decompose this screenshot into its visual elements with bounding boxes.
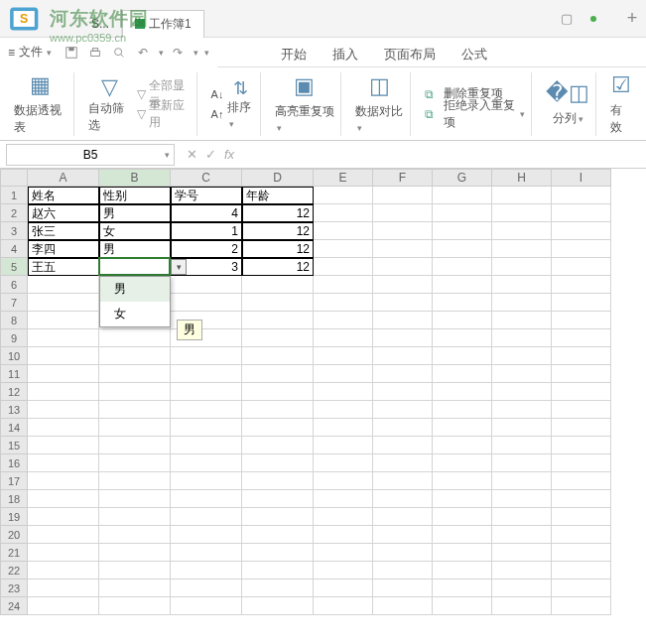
cell[interactable]: 4 — [171, 204, 242, 222]
cell[interactable] — [314, 437, 373, 454]
cell[interactable] — [28, 472, 99, 490]
cell[interactable] — [492, 419, 552, 437]
cell[interactable] — [99, 454, 171, 472]
enter-icon[interactable]: ✓ — [205, 147, 216, 162]
cell[interactable] — [492, 454, 552, 472]
cell[interactable] — [492, 187, 552, 204]
cell[interactable] — [314, 383, 373, 401]
cell[interactable] — [373, 347, 433, 365]
cell[interactable] — [433, 472, 492, 490]
cell[interactable] — [373, 490, 433, 508]
cell[interactable] — [171, 383, 242, 401]
cell[interactable] — [552, 562, 611, 580]
cell[interactable] — [433, 419, 492, 437]
col-header-C[interactable]: C — [171, 169, 242, 187]
dropdown-option-male[interactable]: 男 — [100, 277, 170, 302]
cell[interactable] — [171, 580, 242, 597]
cell[interactable]: 12 — [242, 204, 314, 222]
cell[interactable] — [28, 419, 99, 437]
cell[interactable] — [552, 508, 611, 526]
cell[interactable]: 男 — [99, 240, 171, 258]
cell[interactable] — [492, 437, 552, 454]
cell[interactable] — [242, 401, 314, 419]
row-header[interactable]: 11 — [0, 365, 28, 383]
row-header[interactable]: 3 — [0, 222, 28, 240]
cell[interactable] — [171, 544, 242, 562]
add-tab-button[interactable]: + — [618, 8, 646, 29]
cell[interactable] — [492, 526, 552, 544]
cell[interactable] — [373, 401, 433, 419]
cell[interactable] — [242, 562, 314, 580]
cell[interactable] — [242, 437, 314, 454]
cell[interactable] — [99, 347, 171, 365]
cell[interactable] — [492, 294, 552, 312]
cell[interactable] — [433, 383, 492, 401]
cell[interactable] — [242, 419, 314, 437]
col-header-H[interactable]: H — [492, 169, 552, 187]
cell[interactable] — [171, 490, 242, 508]
row-header[interactable]: 14 — [0, 419, 28, 437]
cell[interactable] — [373, 365, 433, 383]
cell[interactable]: 12 — [242, 258, 314, 276]
cell[interactable] — [28, 329, 99, 347]
cell[interactable] — [99, 508, 171, 526]
cell[interactable] — [373, 312, 433, 329]
cell[interactable] — [242, 347, 314, 365]
filter-button[interactable]: ▽ 自动筛选 — [88, 74, 131, 134]
cell[interactable] — [242, 472, 314, 490]
cell[interactable] — [373, 562, 433, 580]
cell[interactable] — [99, 597, 171, 615]
row-header[interactable]: 21 — [0, 544, 28, 562]
sort-desc-button[interactable]: A↑ — [211, 105, 224, 123]
cell[interactable] — [492, 472, 552, 490]
cell[interactable] — [171, 347, 242, 365]
cell[interactable] — [552, 258, 611, 276]
cell[interactable] — [28, 454, 99, 472]
cell[interactable] — [373, 580, 433, 597]
cell[interactable]: 赵六 — [28, 204, 99, 222]
save-icon[interactable] — [62, 43, 81, 63]
row-header[interactable]: 4 — [0, 240, 28, 258]
cell[interactable] — [28, 490, 99, 508]
cell[interactable] — [433, 204, 492, 222]
cell[interactable] — [492, 580, 552, 597]
cell[interactable] — [314, 222, 373, 240]
cell[interactable] — [433, 258, 492, 276]
cell[interactable] — [552, 472, 611, 490]
undo-icon[interactable]: ↶ — [133, 43, 153, 63]
cell[interactable] — [242, 580, 314, 597]
row-header[interactable]: 7 — [0, 294, 28, 312]
cell[interactable]: 1 — [171, 222, 242, 240]
cell[interactable] — [492, 508, 552, 526]
cell[interactable] — [314, 240, 373, 258]
cell[interactable] — [373, 419, 433, 437]
cell[interactable] — [373, 258, 433, 276]
cell[interactable] — [492, 312, 552, 329]
cell[interactable] — [492, 365, 552, 383]
valid-button[interactable]: ☑ 有效 — [604, 72, 638, 136]
cell[interactable] — [242, 329, 314, 347]
pivot-button[interactable]: ▦ 数据透视表 — [8, 72, 74, 136]
cell[interactable] — [314, 490, 373, 508]
col-header-G[interactable]: G — [433, 169, 492, 187]
cell[interactable] — [314, 276, 373, 294]
cell[interactable] — [314, 329, 373, 347]
col-header-F[interactable]: F — [373, 169, 433, 187]
cell[interactable] — [492, 562, 552, 580]
cell[interactable] — [433, 312, 492, 329]
cell[interactable] — [433, 508, 492, 526]
fx-icon[interactable]: fx — [224, 147, 234, 162]
cell[interactable] — [99, 544, 171, 562]
row-header[interactable]: 2 — [0, 204, 28, 222]
select-all-corner[interactable] — [0, 169, 28, 187]
cell[interactable] — [433, 401, 492, 419]
cell[interactable] — [552, 240, 611, 258]
cell[interactable]: 男 — [99, 204, 171, 222]
cell[interactable] — [373, 454, 433, 472]
cell[interactable] — [242, 312, 314, 329]
cell[interactable] — [171, 597, 242, 615]
row-header[interactable]: 8 — [0, 312, 28, 329]
tab-start[interactable]: 开始 — [277, 42, 311, 67]
menu-icon[interactable]: ≡ — [8, 46, 15, 60]
cell[interactable] — [99, 562, 171, 580]
